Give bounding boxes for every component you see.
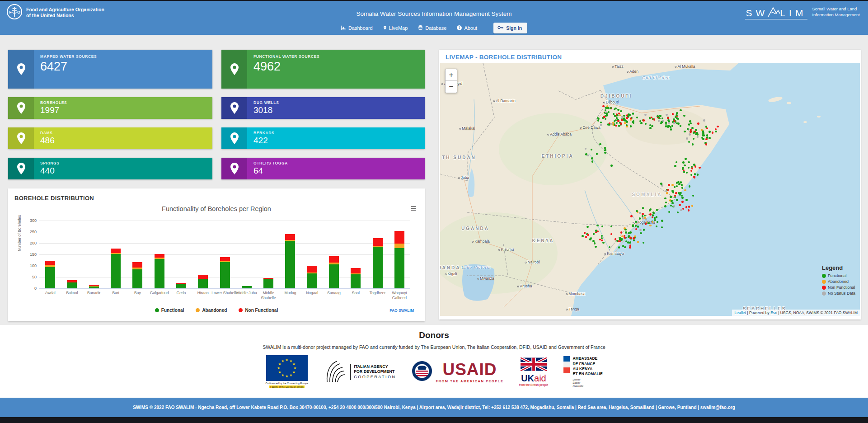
borehole-marker[interactable] bbox=[672, 113, 674, 115]
esri-link[interactable]: Esri bbox=[770, 310, 777, 315]
nav-item-database[interactable]: Database bbox=[418, 25, 446, 31]
bar-segment-functional[interactable] bbox=[373, 247, 383, 288]
borehole-marker[interactable] bbox=[690, 131, 692, 133]
nav-item-about[interactable]: About bbox=[456, 25, 477, 31]
borehole-marker[interactable] bbox=[615, 125, 617, 127]
borehole-marker[interactable] bbox=[680, 109, 682, 112]
borehole-marker[interactable] bbox=[688, 161, 690, 164]
borehole-marker[interactable] bbox=[681, 187, 684, 189]
borehole-marker[interactable] bbox=[629, 246, 631, 249]
borehole-marker[interactable] bbox=[653, 118, 656, 121]
borehole-marker[interactable] bbox=[671, 200, 673, 202]
borehole-marker[interactable] bbox=[620, 239, 623, 241]
borehole-marker[interactable] bbox=[640, 232, 642, 235]
borehole-marker[interactable] bbox=[623, 118, 625, 120]
borehole-marker[interactable] bbox=[703, 119, 705, 122]
borehole-marker[interactable] bbox=[683, 171, 685, 173]
borehole-marker[interactable] bbox=[593, 233, 595, 235]
borehole-marker[interactable] bbox=[621, 116, 624, 118]
nav-item-livemap[interactable]: LiveMap bbox=[383, 25, 408, 31]
borehole-marker[interactable] bbox=[584, 232, 586, 234]
borehole-marker[interactable] bbox=[705, 126, 708, 128]
borehole-marker[interactable] bbox=[618, 240, 620, 243]
borehole-marker[interactable] bbox=[717, 126, 719, 128]
borehole-marker[interactable] bbox=[610, 123, 613, 125]
borehole-marker[interactable] bbox=[680, 209, 682, 212]
borehole-marker[interactable] bbox=[689, 120, 691, 122]
borehole-marker[interactable] bbox=[693, 164, 695, 166]
borehole-marker[interactable] bbox=[695, 129, 697, 131]
borehole-marker[interactable] bbox=[654, 219, 656, 221]
borehole-marker[interactable] bbox=[637, 226, 639, 228]
chart-legend-abandoned[interactable]: Abandoned bbox=[196, 308, 227, 313]
borehole-marker[interactable] bbox=[661, 220, 663, 222]
bar-segment-functional[interactable] bbox=[198, 279, 208, 288]
borehole-marker[interactable] bbox=[692, 143, 694, 146]
borehole-marker[interactable] bbox=[637, 241, 639, 243]
chart-credit-link[interactable]: FAO SWALIM bbox=[389, 308, 414, 313]
borehole-marker[interactable] bbox=[670, 128, 672, 131]
borehole-marker[interactable] bbox=[670, 126, 672, 128]
borehole-marker[interactable] bbox=[694, 173, 696, 175]
bar-segment-functional[interactable] bbox=[220, 262, 230, 288]
stat-card-mapped-water-sources[interactable]: MAPPED WATER SOURCES6427 bbox=[8, 50, 212, 89]
borehole-marker[interactable] bbox=[621, 119, 623, 121]
borehole-marker[interactable] bbox=[633, 237, 635, 240]
borehole-marker[interactable] bbox=[616, 117, 618, 119]
borehole-marker[interactable] bbox=[685, 158, 687, 160]
bar-segment-functional[interactable] bbox=[263, 279, 273, 289]
borehole-marker[interactable] bbox=[617, 120, 619, 122]
borehole-marker[interactable] bbox=[647, 222, 650, 225]
borehole-marker[interactable] bbox=[677, 122, 680, 125]
borehole-marker[interactable] bbox=[651, 125, 653, 127]
borehole-marker[interactable] bbox=[620, 110, 622, 113]
borehole-marker[interactable] bbox=[633, 240, 635, 242]
bar-segment-functional[interactable] bbox=[132, 269, 142, 289]
bar-segment-non-functional[interactable] bbox=[285, 234, 295, 240]
borehole-marker[interactable] bbox=[664, 197, 666, 200]
bar-segment-non-functional[interactable] bbox=[394, 231, 404, 244]
borehole-marker[interactable] bbox=[624, 229, 627, 231]
borehole-marker[interactable] bbox=[639, 217, 641, 220]
borehole-marker[interactable] bbox=[626, 117, 628, 119]
stat-card-springs[interactable]: SPRINGS440 bbox=[8, 158, 212, 179]
borehole-marker[interactable] bbox=[642, 207, 644, 209]
bar-segment-functional[interactable] bbox=[89, 287, 99, 288]
chart-legend-non-functional[interactable]: Non Functional bbox=[239, 308, 278, 313]
borehole-marker[interactable] bbox=[703, 134, 705, 136]
chart-column-bakool[interactable]: Bakool bbox=[61, 221, 83, 288]
borehole-marker[interactable] bbox=[601, 235, 603, 237]
borehole-marker[interactable] bbox=[629, 231, 632, 234]
borehole-marker[interactable] bbox=[656, 209, 658, 211]
borehole-marker[interactable] bbox=[681, 197, 684, 199]
borehole-marker[interactable] bbox=[603, 116, 605, 118]
borehole-marker[interactable] bbox=[652, 214, 654, 216]
borehole-marker[interactable] bbox=[715, 128, 717, 131]
borehole-marker[interactable] bbox=[598, 118, 600, 120]
bar-segment-non-functional[interactable] bbox=[351, 268, 361, 274]
borehole-marker[interactable] bbox=[694, 176, 696, 179]
borehole-marker[interactable] bbox=[715, 131, 717, 133]
chart-column-togdheer[interactable]: Togdheer bbox=[366, 221, 388, 288]
borehole-marker[interactable] bbox=[685, 206, 688, 208]
borehole-marker[interactable] bbox=[613, 113, 615, 115]
borehole-marker[interactable] bbox=[587, 155, 589, 157]
bar-segment-non-functional[interactable] bbox=[307, 266, 317, 273]
borehole-marker[interactable] bbox=[602, 105, 605, 108]
bar-segment-functional[interactable] bbox=[176, 284, 186, 288]
bar-segment-abandoned[interactable] bbox=[394, 244, 404, 249]
borehole-marker[interactable] bbox=[697, 122, 699, 125]
borehole-marker[interactable] bbox=[604, 152, 606, 154]
borehole-marker[interactable] bbox=[668, 184, 670, 186]
borehole-marker[interactable] bbox=[605, 118, 607, 120]
borehole-marker[interactable] bbox=[660, 183, 662, 185]
borehole-marker[interactable] bbox=[623, 115, 625, 117]
borehole-marker[interactable] bbox=[620, 122, 622, 125]
bar-segment-functional[interactable] bbox=[307, 273, 317, 289]
chart-column-hiraan[interactable]: Hiraan bbox=[192, 221, 214, 288]
borehole-marker[interactable] bbox=[624, 246, 626, 249]
stat-card-dams[interactable]: DAMS486 bbox=[8, 127, 212, 149]
borehole-marker[interactable] bbox=[693, 132, 695, 134]
borehole-marker[interactable] bbox=[708, 137, 711, 139]
borehole-marker[interactable] bbox=[671, 184, 674, 186]
